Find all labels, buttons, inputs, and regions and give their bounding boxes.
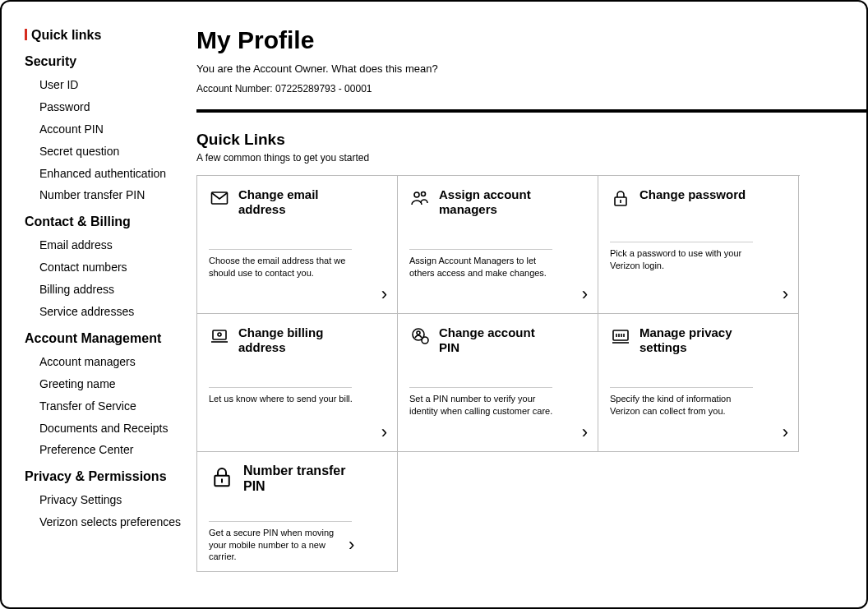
sidebar-item-secret-question[interactable]: Secret question [25, 141, 190, 163]
card-change-password[interactable]: Change password Pick a password to use w… [598, 176, 799, 314]
sidebar-item-password[interactable]: Password [25, 96, 190, 118]
svg-point-6 [218, 333, 221, 336]
card-manage-privacy-settings[interactable]: Manage privacy settings Specify the kind… [598, 314, 799, 452]
pin-user-icon [409, 325, 431, 347]
sidebar-item-service-addresses[interactable]: Service addresses [25, 301, 190, 323]
chevron-right-icon: › [381, 423, 387, 441]
sidebar-item-privacy-settings[interactable]: Privacy Settings [25, 489, 190, 511]
card-divider [409, 249, 552, 250]
card-change-account-pin[interactable]: Change account PIN Set a PIN number to v… [398, 314, 598, 452]
owner-prefix: You are the Account Owner. [196, 62, 331, 75]
card-divider [209, 249, 352, 250]
sidebar-item-number-transfer-pin[interactable]: Number transfer PIN [25, 184, 190, 206]
sidebar-items-contact-billing: Email address Contact numbers Billing ad… [25, 234, 190, 323]
card-divider [209, 387, 352, 388]
sidebar-item-contact-numbers[interactable]: Contact numbers [25, 256, 190, 279]
card-number-transfer-pin[interactable]: Number transfer PIN Get a secure PIN whe… [196, 452, 398, 572]
card-desc: Pick a password to use with your Verizon… [610, 247, 756, 272]
card-divider [610, 387, 753, 388]
sidebar-item-documents-receipts[interactable]: Documents and Receipts [25, 418, 190, 440]
card-change-billing-address[interactable]: Change billing address Let us know where… [197, 314, 398, 452]
sidebar-title: Quick links [25, 28, 190, 43]
sidebar-item-user-id[interactable]: User ID [25, 74, 190, 96]
envelope-icon [209, 187, 230, 209]
card-title: Assign account managers [439, 187, 554, 216]
sidebar-item-email-address[interactable]: Email address [25, 234, 190, 256]
svg-point-1 [414, 192, 419, 197]
people-icon [409, 187, 431, 209]
card-desc: Set a PIN number to verify your identity… [409, 393, 556, 418]
card-title: Change email address [238, 187, 353, 216]
card-title: Change billing address [238, 325, 353, 354]
quick-links-title: Quick Links [196, 131, 866, 149]
page-title: My Profile [196, 26, 866, 54]
quick-links-grid: Change email address Choose the email ad… [196, 175, 800, 452]
sidebar-heading-account-management[interactable]: Account Management [25, 331, 190, 346]
card-divider [610, 242, 753, 242]
header-divider [196, 109, 866, 113]
chevron-right-icon: › [381, 285, 387, 303]
app-frame: Quick links Security User ID Password Ac… [0, 0, 868, 609]
chevron-right-icon: › [349, 534, 354, 556]
card-desc: Choose the email address that we should … [209, 255, 355, 279]
sidebar-item-enhanced-auth[interactable]: Enhanced authentication [25, 163, 190, 185]
sidebar-item-billing-address[interactable]: Billing address [25, 279, 190, 301]
card-assign-managers[interactable]: Assign account managers Assign Account M… [398, 176, 598, 314]
card-divider [209, 521, 352, 522]
svg-point-9 [422, 337, 428, 344]
lock-icon [209, 464, 235, 490]
chevron-right-icon: › [783, 423, 788, 441]
card-desc: Specify the kind of information Verizon … [610, 393, 756, 418]
sidebar-heading-security[interactable]: Security [25, 54, 190, 69]
svg-point-8 [417, 331, 420, 334]
chevron-right-icon: › [582, 423, 588, 441]
sidebar-items-privacy-permissions: Privacy Settings Verizon selects prefere… [25, 489, 190, 533]
sidebar-item-account-pin[interactable]: Account PIN [25, 118, 190, 141]
chevron-right-icon: › [783, 285, 788, 303]
svg-rect-10 [613, 330, 628, 340]
card-title: Manage privacy settings [639, 325, 755, 354]
sidebar-heading-privacy-permissions[interactable]: Privacy & Permissions [25, 469, 190, 484]
lock-icon [610, 187, 631, 209]
sidebar-items-account-management: Account managers Greeting name Transfer … [25, 351, 190, 461]
chevron-right-icon: › [582, 285, 588, 303]
owner-line: You are the Account Owner. What does thi… [196, 62, 866, 75]
privacy-screen-icon [610, 325, 631, 347]
card-desc: Let us know where to send your bill. [209, 393, 355, 405]
sidebar-item-verizon-selects[interactable]: Verizon selects preferences [25, 511, 190, 533]
card-desc: Assign Account Managers to let others ac… [409, 255, 556, 279]
card-title: Change password [639, 187, 746, 202]
card-title: Number transfer PIN [243, 464, 358, 495]
laptop-icon [209, 325, 230, 347]
sidebar: Quick links Security User ID Password Ac… [2, 2, 195, 607]
card-title: Change account PIN [439, 325, 554, 354]
svg-rect-5 [213, 330, 226, 339]
quick-links-subtitle: A few common things to get you started [196, 152, 866, 164]
card-desc: Get a secure PIN when moving your mobile… [209, 527, 340, 564]
main-content: My Profile You are the Account Owner. Wh… [195, 2, 866, 607]
sidebar-item-preference-center[interactable]: Preference Center [25, 439, 190, 461]
sidebar-item-transfer-of-service[interactable]: Transfer of Service [25, 395, 190, 418]
account-number-line: Account Number: 07225289793 - 00001 [196, 83, 866, 95]
sidebar-item-account-managers[interactable]: Account managers [25, 351, 190, 373]
sidebar-heading-contact-billing[interactable]: Contact & Billing [25, 215, 190, 229]
svg-point-2 [422, 192, 426, 196]
sidebar-item-greeting-name[interactable]: Greeting name [25, 373, 190, 395]
owner-what-does-this-mean-link[interactable]: What does this mean? [331, 62, 437, 75]
card-divider [409, 387, 552, 388]
card-change-email[interactable]: Change email address Choose the email ad… [197, 176, 398, 314]
sidebar-items-security: User ID Password Account PIN Secret ques… [25, 74, 190, 206]
